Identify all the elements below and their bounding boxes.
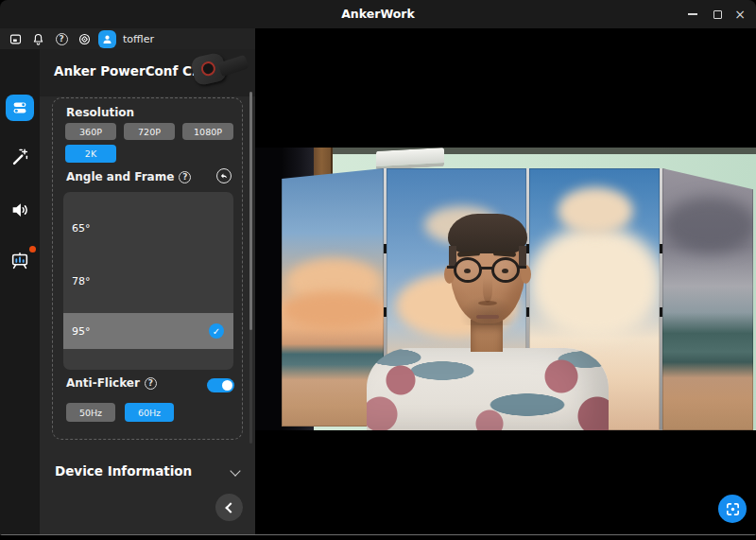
person-in-video — [255, 148, 756, 430]
app-title: AnkerWork — [0, 0, 756, 28]
angle-option-78[interactable]: 78° — [63, 263, 233, 299]
angle-option-95-selected[interactable]: 95° ✓ — [63, 313, 233, 349]
panel-scrollbar[interactable] — [249, 92, 252, 444]
hair — [448, 214, 527, 253]
device-information-label: Device Information — [55, 463, 192, 479]
auto-framing-button[interactable] — [718, 495, 747, 523]
webcam-video-preview — [255, 148, 756, 430]
floral-shirt-torso — [367, 348, 609, 430]
glasses-temple — [519, 266, 526, 269]
notifications-bell-icon[interactable] — [30, 31, 45, 46]
device-image — [180, 49, 251, 96]
device-header: Anker PowerConf C200 — [40, 49, 255, 96]
title-bar: AnkerWork × — [0, 0, 756, 28]
check-icon: ✓ — [209, 323, 224, 339]
notification-dot — [29, 246, 36, 253]
glasses-bridge — [481, 267, 492, 270]
angle-frame-label: Angle and Frame — [66, 170, 174, 183]
nose-base-shadow — [478, 301, 497, 305]
resolution-label: Resolution — [66, 106, 134, 119]
nav-rail — [0, 49, 40, 535]
video-preview-area — [255, 28, 756, 535]
firmware-update-icon[interactable] — [77, 31, 92, 46]
ankerwork-window: AnkerWork × ? toffler — [0, 0, 756, 535]
resolution-720p-button[interactable]: 720P — [124, 123, 175, 140]
camera-controls-icon — [9, 97, 30, 118]
minimize-icon — [688, 13, 697, 15]
chevron-left-icon — [225, 502, 235, 513]
nose-shadow — [483, 278, 492, 303]
chevron-down-icon — [230, 465, 240, 476]
webcam-lens-ring — [200, 61, 217, 78]
camera-settings-group: Resolution 360P 720P 1080P 2K Angle and … — [52, 97, 243, 440]
resolution-360p-button[interactable]: 360P — [65, 123, 116, 140]
angle-options-list: 65° 78° 95° ✓ — [63, 192, 233, 370]
person-icon — [100, 32, 114, 46]
mouth — [476, 315, 499, 319]
collapse-panel-button[interactable] — [215, 494, 243, 521]
anti-flicker-help-icon[interactable]: ? — [145, 377, 157, 390]
minimize-button[interactable] — [682, 0, 703, 28]
anti-flicker-toggle[interactable] — [207, 378, 234, 392]
anti-flicker-header: Anti-Flicker ? — [66, 376, 157, 390]
devices-icon[interactable] — [8, 31, 23, 46]
close-button[interactable]: × — [730, 0, 750, 28]
glasses-temple — [447, 266, 455, 269]
angle-option-95-label: 95° — [72, 325, 91, 338]
magic-wand-icon — [9, 147, 30, 167]
header-bar: ? toffler — [0, 28, 255, 49]
anti-flicker-label: Anti-Flicker — [66, 376, 140, 390]
angle-help-icon[interactable]: ? — [179, 171, 191, 183]
glasses-lens — [491, 257, 520, 283]
angle-frame-header: Angle and Frame ? — [66, 170, 191, 183]
scrollbar-thumb[interactable] — [249, 92, 252, 330]
speaker-icon — [9, 200, 30, 220]
nav-effects[interactable] — [6, 144, 34, 170]
flicker-60hz-button[interactable]: 60Hz — [125, 403, 174, 422]
nav-camera-settings[interactable] — [6, 95, 34, 121]
presentation-chart-icon — [9, 251, 30, 271]
device-information-row[interactable]: Device Information — [40, 458, 255, 486]
username-label: toffler — [123, 33, 154, 45]
user-avatar[interactable] — [98, 30, 116, 48]
toggle-knob — [222, 380, 232, 391]
framing-corners-icon — [725, 501, 741, 517]
glasses-lens — [454, 257, 482, 283]
help-icon[interactable]: ? — [54, 31, 69, 46]
angle-option-65[interactable]: 65° — [63, 210, 233, 246]
reset-arrow-icon — [219, 171, 229, 181]
maximize-button[interactable] — [707, 0, 728, 28]
device-settings-panel: Anker PowerConf C200 Resolution 360P 720… — [40, 49, 255, 535]
nav-audio[interactable] — [6, 197, 34, 223]
flicker-50hz-button[interactable]: 50Hz — [66, 403, 115, 422]
resolution-2k-button[interactable]: 2K — [65, 145, 116, 163]
angle-reset-button[interactable] — [216, 168, 232, 183]
maximize-icon — [713, 10, 722, 19]
resolution-1080p-button[interactable]: 1080P — [182, 123, 233, 140]
